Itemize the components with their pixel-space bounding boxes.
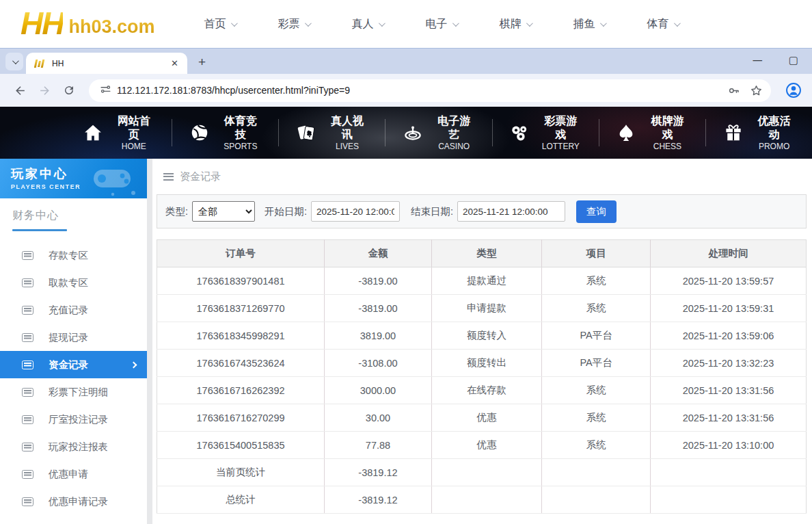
top-nav-item-label: 首页: [204, 17, 226, 31]
sidebar-menu-item[interactable]: 玩家投注报表: [0, 433, 147, 460]
hero-nav-label-zh: 真人视讯: [326, 114, 369, 142]
hero-nav-label-en: CHESS: [646, 142, 689, 151]
chevron-down-icon: [673, 20, 680, 27]
table-row: 1763618345998291 3819.00 额度转入 PA平台 2025-…: [157, 322, 807, 350]
chevron-down-icon: [304, 20, 311, 27]
hero-nav-band: 网站首页 HOME 体育竞技 SPORTS 真人视讯 LIVES 电子游艺 CA…: [0, 107, 812, 159]
top-nav-item[interactable]: 体育: [647, 17, 679, 31]
chevron-down-icon: [230, 20, 237, 27]
url-bar[interactable]: 112.121.172.181:8783/hhcp/usercenter.htm…: [89, 79, 771, 102]
window-controls: — ▢: [753, 49, 798, 72]
personal-section-heading: 个人中心: [0, 515, 147, 524]
sidebar-menu-item[interactable]: 充值记录: [0, 296, 147, 324]
hero-nav-label-en: LIVES: [326, 142, 369, 151]
sidebar-menu-item[interactable]: 优惠申请记录: [0, 488, 147, 515]
password-key-icon[interactable]: [727, 84, 740, 97]
amount-cell: -3819.12: [325, 486, 432, 514]
sidebar-menu-item[interactable]: 取款专区: [0, 269, 147, 296]
site-info-icon[interactable]: [100, 83, 111, 98]
funds-record-icon: [22, 361, 33, 369]
top-nav-item[interactable]: 电子: [426, 17, 457, 31]
amount-cell: 30.00: [325, 404, 432, 432]
players-center-header: 玩家中心 PLAYERS CENTER: [0, 159, 147, 198]
sidebar-item-label: 彩票下注明细: [49, 386, 136, 399]
table-row: 1763616743523624 -3108.00 额度转出 PA平台 2025…: [157, 350, 807, 377]
hero-nav-item[interactable]: 电子游艺 CASINO: [385, 119, 491, 146]
hero-nav-item[interactable]: 彩票游戏 LOTTERY: [492, 119, 599, 146]
sidebar-menu-item[interactable]: 资金记录: [0, 351, 147, 378]
section-underline: [12, 229, 67, 231]
window-minimize-button[interactable]: —: [753, 54, 763, 66]
table-row: 1763616716262392 3000.00 在线存款 系统 2025-11…: [157, 377, 807, 404]
hero-nav-item[interactable]: 体育竞技 SPORTS: [172, 119, 278, 146]
table-body: 1763618397901481 -3819.00 提款通过 系统 2025-1…: [157, 267, 807, 514]
site-top-nav: 首页 彩票 真人 电子 棋牌 捕鱼: [204, 17, 679, 31]
top-nav-item-label: 捕鱼: [573, 17, 595, 31]
tab-search-button[interactable]: [5, 53, 23, 70]
item-cell: [542, 459, 651, 486]
item-cell: PA平台: [542, 322, 651, 350]
order-number-cell: 1763615400515835: [157, 432, 325, 459]
window-maximize-button[interactable]: ▢: [789, 54, 798, 66]
hero-nav-item[interactable]: 网站首页 HOME: [66, 119, 172, 146]
amount-cell: -3819.00: [325, 295, 432, 322]
start-date-input[interactable]: [311, 201, 400, 222]
top-nav-item[interactable]: 首页: [204, 17, 236, 31]
top-nav-item[interactable]: 捕鱼: [573, 17, 605, 31]
type-cell: 额度转入: [431, 322, 542, 350]
url-text[interactable]: 112.121.172.181:8783/hhcp/usercenter.htm…: [117, 85, 718, 96]
breadcrumb: 资金记录: [157, 159, 807, 194]
browser-toolbar: 112.121.172.181:8783/hhcp/usercenter.htm…: [0, 74, 812, 107]
sidebar-menu-item[interactable]: 优惠申请: [0, 460, 147, 488]
amount-cell: -3819.12: [325, 459, 432, 486]
order-number-cell: 1763616716262392: [157, 377, 325, 404]
search-button[interactable]: 查询: [576, 200, 617, 223]
content-scrollbar-gutter[interactable]: [147, 159, 152, 524]
end-date-input[interactable]: [457, 201, 565, 222]
amount-cell: -3108.00: [325, 350, 432, 377]
site-header: HH hh03.com 首页 彩票 真人 电子: [0, 0, 812, 48]
sidebar-item-label: 取款专区: [49, 276, 136, 289]
amount-cell: -3819.00: [325, 267, 432, 295]
item-cell: 系统: [542, 295, 651, 322]
refresh-button[interactable]: [59, 80, 79, 101]
menu-hamburger-icon[interactable]: [163, 173, 174, 181]
logo-domain-text: hh03.com: [68, 16, 154, 38]
sidebar-menu: 存款专区 取款专区 充值记录 提现记录: [0, 238, 147, 515]
top-nav-item[interactable]: 棋牌: [500, 17, 531, 31]
order-number-cell: 1763618397901481: [157, 267, 325, 295]
sidebar-menu-item[interactable]: 厅室投注记录: [0, 406, 147, 433]
back-button[interactable]: [10, 80, 30, 101]
browser-profile-icon[interactable]: [785, 81, 802, 99]
table-row: 总统计 -3819.12: [157, 486, 807, 514]
table-header-row: 订单号金额类型项目处理时间: [157, 240, 807, 267]
hero-nav-item[interactable]: 优惠活动 PROMO: [705, 119, 812, 146]
top-nav-item[interactable]: 真人: [352, 17, 383, 31]
hero-nav-label-en: CASINO: [433, 142, 476, 151]
sidebar-menu-item[interactable]: 存款专区: [0, 241, 147, 269]
item-cell: [542, 486, 651, 514]
room-bet-record-icon: [22, 415, 33, 424]
item-cell: 系统: [542, 267, 651, 295]
order-number-cell: 1763616716270299: [157, 404, 325, 432]
sidebar-menu-item[interactable]: 提现记录: [0, 324, 147, 351]
tab-close-icon[interactable]: ✕: [167, 57, 182, 70]
site-logo[interactable]: HH hh03.com: [21, 9, 155, 39]
new-tab-button[interactable]: +: [194, 55, 210, 70]
table-header-cell: 订单号: [157, 240, 325, 267]
forward-button[interactable]: [34, 80, 55, 101]
browser-tab[interactable]: HH ✕: [26, 53, 187, 74]
table-row: 1763616716270299 30.00 优惠 系统 2025-11-20 …: [157, 404, 807, 432]
time-cell: [650, 459, 806, 486]
sidebar-item-label: 优惠申请: [49, 468, 136, 481]
bookmark-star-icon[interactable]: [750, 84, 763, 97]
top-nav-item[interactable]: 彩票: [278, 17, 310, 31]
time-cell: 2025-11-20 13:31:56: [650, 404, 806, 432]
sidebar: 玩家中心 PLAYERS CENTER 财务中心 存款专区: [0, 159, 147, 524]
type-select[interactable]: 全部: [192, 201, 255, 222]
sidebar-menu-item[interactable]: 彩票下注明细: [0, 378, 147, 406]
sports-ball-icon: [189, 122, 210, 144]
table-row: 1763618397901481 -3819.00 提款通过 系统 2025-1…: [157, 267, 807, 295]
hero-nav-item[interactable]: 棋牌游戏 CHESS: [599, 119, 705, 146]
hero-nav-item[interactable]: 真人视讯 LIVES: [278, 119, 385, 146]
